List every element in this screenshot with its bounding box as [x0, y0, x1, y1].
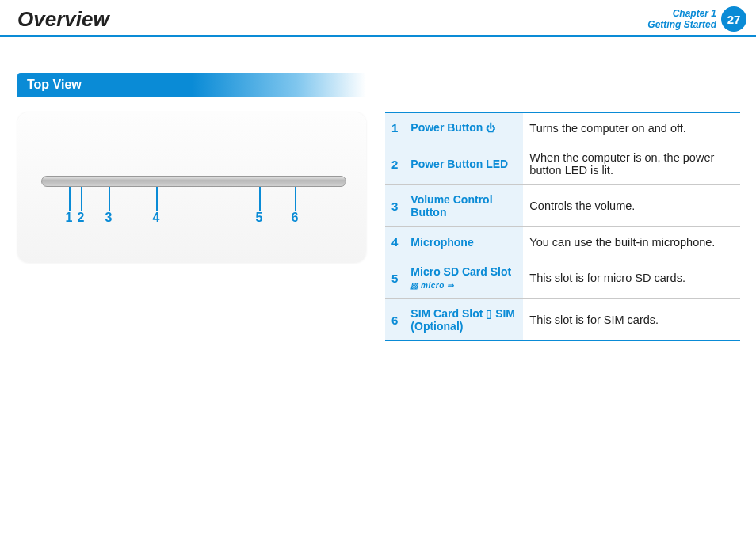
content-row: 1 2 3 4 5 6 1 Power Button ⏻ Turns the c… — [0, 112, 756, 341]
header-right: Chapter 1 Getting Started 27 — [647, 6, 756, 32]
row-number: 1 — [385, 113, 404, 143]
row-number: 6 — [385, 299, 404, 341]
callout-line-4 — [156, 187, 158, 211]
row-name: Power Button ⏻ — [404, 113, 523, 143]
device-illustration — [41, 176, 346, 187]
callout-line-1 — [69, 187, 71, 211]
row-desc: You can use the built-in microphone. — [523, 227, 740, 257]
row-number: 5 — [385, 257, 404, 299]
chapter-line2: Getting Started — [647, 19, 716, 30]
callout-line-3 — [109, 187, 110, 211]
row-desc: This slot is for SIM cards. — [523, 299, 740, 341]
callout-3: 3 — [105, 211, 113, 225]
row-name: Microphone — [404, 227, 523, 257]
row-desc: When the computer is on, the power butto… — [523, 143, 740, 185]
callout-2: 2 — [78, 211, 85, 225]
table-row: 6 SIM Card Slot ▯ SIM (Optional) This sl… — [385, 299, 740, 341]
row-number: 2 — [385, 143, 404, 185]
row-desc: Turns the computer on and off. — [523, 113, 740, 143]
table-row: 3 Volume Control Button Controls the vol… — [385, 185, 740, 227]
page-number-badge: 27 — [721, 6, 746, 32]
table-row: 4 Microphone You can use the built-in mi… — [385, 227, 740, 257]
chapter-info: Chapter 1 Getting Started — [647, 8, 721, 31]
row-number: 3 — [385, 185, 404, 227]
callout-line-6 — [295, 187, 296, 211]
callout-line-5 — [259, 187, 261, 211]
row-name: SIM Card Slot ▯ SIM (Optional) — [404, 299, 523, 341]
callout-line-2 — [81, 187, 82, 211]
page-title: Overview — [0, 7, 109, 32]
section-title-bar: Top View — [17, 73, 366, 97]
callout-5: 5 — [256, 211, 263, 225]
parts-table-wrap: 1 Power Button ⏻ Turns the computer on a… — [385, 112, 740, 341]
top-view-figure: 1 2 3 4 5 6 — [17, 112, 366, 263]
row-desc: Controls the volume. — [523, 185, 740, 227]
microsd-icon: ▧ micro ⇒ — [410, 281, 453, 290]
callout-4: 4 — [153, 211, 160, 225]
table-row: 2 Power Button LED When the computer is … — [385, 143, 740, 185]
table-row: 1 Power Button ⏻ Turns the computer on a… — [385, 113, 740, 143]
power-icon: ⏻ — [486, 124, 495, 135]
chapter-line1: Chapter 1 — [647, 8, 716, 19]
callout-6: 6 — [292, 211, 299, 225]
row-name: Volume Control Button — [404, 185, 523, 227]
row-name: Micro SD Card Slot▧ micro ⇒ — [404, 257, 523, 299]
row-number: 4 — [385, 227, 404, 257]
parts-table: 1 Power Button ⏻ Turns the computer on a… — [385, 112, 740, 341]
table-row: 5 Micro SD Card Slot▧ micro ⇒ This slot … — [385, 257, 740, 299]
page-header: Overview Chapter 1 Getting Started 27 — [0, 0, 756, 37]
callout-1: 1 — [66, 211, 73, 225]
row-name: Power Button LED — [404, 143, 523, 185]
row-desc: This slot is for micro SD cards. — [523, 257, 740, 299]
section-title: Top View — [27, 78, 82, 92]
